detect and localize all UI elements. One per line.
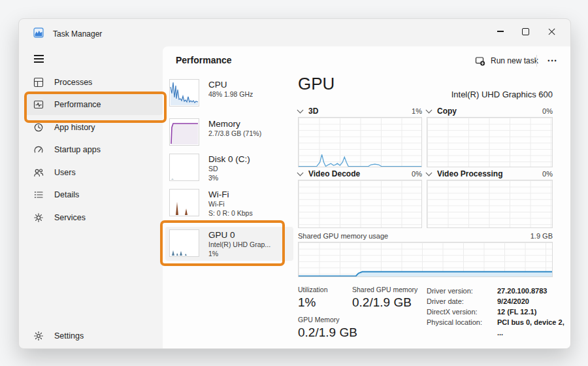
chart-copy [427,117,553,167]
task-manager-app-icon [33,27,44,38]
run-new-task-button[interactable]: Run new task [470,52,544,69]
more-options-button[interactable]: ••• [542,52,564,69]
run-new-task-label: Run new task [491,56,538,65]
chevron-down-icon [426,107,433,114]
disk-mini-chart [169,154,199,181]
perf-item-detail: Wi-Fi [208,200,253,209]
page-title: Performance [176,55,232,65]
run-new-task-icon [475,56,485,66]
utilization-label: Utilization [298,286,328,293]
hamburger-icon [34,55,44,56]
sidebar-item-settings[interactable]: Settings [24,325,163,346]
sidebar-item-label: Processes [54,78,92,87]
perf-item-detail: Intel(R) UHD Grap... [208,241,270,250]
sidebar-item-label: Users [54,168,76,177]
sidebar-item-services[interactable]: Services [24,207,163,228]
chart-value-copy: 0% [535,107,553,115]
main-panel: Performance Run new task ••• CPU 48% 1.9… [163,46,570,348]
maximize-button[interactable] [513,22,538,41]
sidebar-item-startup-apps[interactable]: Startup apps [24,139,163,160]
directx-version-value: 12 (FL 12.1) [497,307,536,317]
gpu-device-name: Intel(R) UHD Graphics 600 [451,90,553,99]
shared-gpu-memory-label: Shared GPU memory [352,286,417,293]
driver-date-value: 9/24/2020 [497,296,529,307]
gpu-memory-value: 0.2/1.9 GB [298,325,357,340]
wifi-mini-chart [169,189,199,216]
task-manager-window: Task Manager Processes Performance App h… [18,18,571,349]
perf-item-detail: 2.7/3.8 GB (71%) [208,129,261,139]
chevron-down-icon [297,170,304,176]
sidebar-item-label: Details [54,190,79,199]
perf-item-name: Disk 0 (C:) [208,154,250,165]
chart-header-copy[interactable]: Copy [427,107,457,116]
physical-location-value: PCI bus 0, device 2, ... [497,317,570,338]
sidebar-item-users[interactable]: Users [24,162,163,183]
physical-location-label: Physical location: [427,317,482,327]
perf-item-name: GPU 0 [208,229,270,241]
chart-video-processing [427,180,553,228]
sidebar-item-label: App history [54,123,95,132]
sidebar-item-app-history[interactable]: App history [24,117,163,138]
chevron-down-icon [297,107,304,114]
sidebar-item-label: Startup apps [54,145,101,154]
perf-list-item-wifi[interactable]: Wi-Fi Wi-Fi S: 0 R: 0 Kbps [165,186,293,220]
close-icon [548,28,555,35]
sidebar-item-label: Settings [54,331,84,341]
header-divider [536,55,537,67]
chart-header-video-decode[interactable]: Video Decode [298,169,360,178]
services-icon [33,212,44,223]
perf-item-detail: 1% [208,250,270,259]
sidebar-item-processes[interactable]: Processes [24,72,163,93]
perf-item-detail: SD [208,165,250,174]
settings-gear-icon [33,331,44,341]
shared-memory-chart [298,242,553,277]
minimize-icon [497,31,504,31]
perf-item-name: CPU [208,79,253,90]
details-icon [33,190,44,200]
driver-version-value: 27.20.100.8783 [497,286,547,296]
minimize-button[interactable] [488,22,513,41]
perf-item-detail: 48% 1.98 GHz [208,90,253,99]
sidebar-item-label: Performance [54,100,101,109]
chevron-down-icon [426,170,433,176]
shared-memory-chart-label: Shared GPU memory usage [298,232,388,240]
chart-value-3d: 1% [404,107,422,115]
title-bar[interactable]: Task Manager [19,19,570,45]
navigation-menu-button[interactable] [29,50,48,67]
app-history-icon [33,122,44,133]
perf-list-item-gpu0[interactable]: GPU 0 Intel(R) UHD Grap... 1% [165,227,293,261]
chart-value-video-decode: 0% [404,170,422,178]
gpu-memory-label: GPU Memory [298,316,340,324]
shared-memory-chart-max: 1.9 GB [509,232,553,240]
driver-version-label: Driver version: [427,286,473,296]
perf-list-item-cpu[interactable]: CPU 48% 1.98 GHz [165,76,293,109]
shared-gpu-memory-value: 0.2/1.9 GB [352,295,412,310]
chart-video-decode [298,180,422,228]
perf-item-detail: S: 0 R: 0 Kbps [208,209,253,218]
selected-indicator [24,99,26,110]
sidebar-item-performance[interactable]: Performance [24,94,163,115]
chart-header-3d[interactable]: 3D [298,107,318,116]
driver-date-label: Driver date: [427,296,464,307]
directx-version-label: DirectX version: [427,307,478,317]
startup-apps-icon [33,144,44,155]
perf-item-name: Wi-Fi [208,189,253,200]
chart-3d [298,117,422,167]
window-title: Task Manager [53,29,102,39]
chart-header-video-processing[interactable]: Video Processing [427,169,502,178]
sidebar-item-details[interactable]: Details [24,184,163,205]
close-button[interactable] [539,22,564,41]
performance-icon [33,99,44,110]
gpu-section-title: GPU [298,74,335,94]
chart-value-video-processing: 0% [535,170,553,178]
cpu-mini-chart [169,79,199,107]
perf-item-detail: 3% [208,174,250,183]
gpu-mini-chart [169,229,199,257]
processes-icon [33,77,44,88]
perf-list-item-disk0[interactable]: Disk 0 (C:) SD 3% [165,151,293,185]
maximize-icon [522,28,529,35]
users-icon [33,167,44,178]
perf-list-item-memory[interactable]: Memory 2.7/3.8 GB (71%) [165,116,293,148]
sidebar-item-label: Services [54,213,86,222]
perf-item-name: Memory [208,118,261,129]
